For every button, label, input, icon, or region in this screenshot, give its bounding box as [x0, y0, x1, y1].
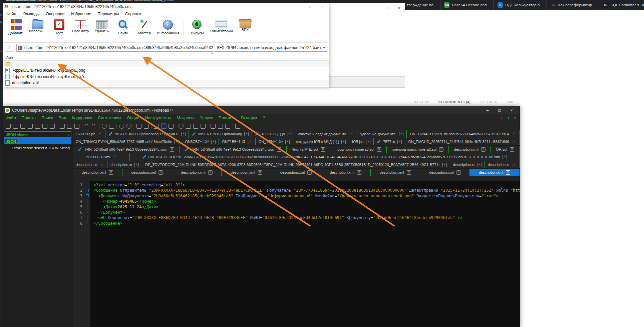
tab-close-icon[interactable]: × — [503, 155, 507, 159]
document-tab[interactable]: description.xml× — [470, 169, 520, 176]
editor-area[interactable]: 12345678 <?xml version="1.0" encoding="u… — [73, 181, 520, 327]
sync-h-icon[interactable] — [144, 124, 149, 129]
document-tab[interactable]: очистка и апдейт документа .sql× — [295, 130, 357, 138]
tab-close-icon[interactable]: × — [350, 132, 354, 136]
print-icon[interactable] — [50, 124, 55, 129]
view-button[interactable]: Просмотр — [70, 18, 91, 34]
tab-close-icon[interactable]: × — [134, 163, 139, 167]
tab-close-icon[interactable]: × — [307, 170, 312, 175]
document-tab[interactable]: description.xml× — [450, 161, 485, 168]
document-tab[interactable]: QR.sql× — [491, 146, 520, 153]
tab-close-icon[interactable]: × — [288, 132, 292, 136]
document-tab[interactable]: DP_TOVTORGPR_2JM-DLINK-50DDD0FF-A07A-420… — [142, 161, 450, 168]
save-all-icon[interactable] — [28, 124, 33, 129]
open-icon[interactable] — [13, 124, 18, 129]
document-tab[interactable]: 7577.xml× — [374, 138, 405, 145]
tab-list-dropdown-icon[interactable]: ▼ — [507, 117, 510, 120]
document-tab[interactable]: description.xml× — [271, 169, 321, 176]
macro-multi-icon[interactable] — [201, 124, 206, 129]
zoom-in-icon[interactable] — [119, 124, 124, 129]
fold-mark-box[interactable] — [85, 193, 90, 199]
tab-close-icon[interactable]: × — [321, 147, 325, 152]
winrar-maximize[interactable]: □ — [305, 4, 316, 9]
winrar-close[interactable]: × — [316, 4, 328, 9]
tab-close-icon[interactable]: × — [397, 140, 402, 144]
browser-tab[interactable]: тверждение по... — [403, 0, 440, 10]
json-tree-selected-row[interactable]: JSON — [4, 138, 71, 144]
tab-close-icon[interactable]: × — [456, 170, 461, 175]
zoom-out-icon[interactable] — [126, 124, 131, 129]
notepadpp-maximize[interactable]: □ — [494, 108, 506, 113]
cut-icon[interactable] — [60, 124, 65, 129]
npp-menu-Инструменты[interactable]: Инструменты — [145, 116, 171, 120]
column-chevron-icon[interactable] — [211, 53, 213, 55]
browser-tab[interactable]: CbSQL Formatter & Be... — [599, 0, 644, 10]
new-icon[interactable] — [6, 124, 11, 129]
page-section-tab[interactable]: TIME — [506, 100, 515, 104]
monitor-icon[interactable] — [235, 124, 240, 129]
document-tab[interactable]: description.xml× — [222, 169, 271, 176]
tab-close-icon[interactable]: × — [510, 147, 514, 152]
document-tab[interactable]: Чистка МЧД.sql× — [287, 146, 331, 153]
document-tab[interactable]: description.xml× — [485, 161, 520, 168]
tab-close-icon[interactable]: × — [181, 132, 186, 136]
tab-close-icon[interactable]: × — [170, 147, 174, 152]
tab-close-icon[interactable]: × — [477, 163, 481, 167]
close-icon[interactable] — [35, 124, 40, 129]
up-folder-button[interactable]: ↑ — [5, 44, 14, 52]
document-tab[interactable]: 191506638.xml× — [73, 153, 130, 161]
test-button[interactable]: Тест — [48, 18, 70, 36]
save-icon[interactable] — [20, 124, 25, 129]
sfx-button[interactable]: SFX — [235, 18, 256, 32]
document-tab[interactable]: INSERT INTO UpdMarking.sql× — [189, 130, 252, 138]
minimize-button[interactable]: – — [375, 5, 377, 10]
notepadpp-close[interactable]: × — [506, 108, 518, 113]
document-tab[interactable]: description.xml× — [172, 169, 222, 176]
tab-close-icon[interactable]: × — [258, 170, 262, 175]
notepadpp-titlebar[interactable]: C:\Users\mlaptev\AppData\Local\Temp\Rar$… — [3, 106, 520, 114]
page-section-tab[interactable]: ALL LINKS — [479, 100, 498, 104]
document-tab[interactable]: ONF1B5~1.XML× — [219, 138, 256, 145]
tab-close-icon[interactable]: × — [175, 140, 179, 144]
fold-mark-box[interactable] — [85, 188, 90, 193]
npp-menu-Вид[interactable]: Вид — [59, 116, 66, 120]
npp-menu-Синтаксисы[interactable]: Синтаксисы — [98, 116, 121, 120]
winrar-menu-Операции[interactable]: Операции — [46, 12, 64, 16]
find-icon[interactable] — [102, 124, 107, 129]
npp-menu-Вкладки[interactable]: Вкладки — [241, 116, 257, 120]
npp-menu-Правка[interactable]: Правка — [22, 116, 36, 120]
winrar-minimize[interactable]: – — [294, 4, 305, 9]
tab-close-icon[interactable]: × — [248, 140, 252, 144]
document-tab[interactable]: ON_NSCHFDOPPR_2BM-6670381056-20130228203… — [130, 153, 520, 161]
json-root-node[interactable]: JSON — [5, 139, 17, 143]
npp-menu-Запуск[interactable]: Запуск — [200, 116, 213, 120]
address-combo[interactable]: dcrm_2bm_24112025_ee162421d3934a19b9e822… — [16, 44, 327, 52]
document-tab[interactable]: description.xml× — [122, 169, 172, 176]
page-section-tab[interactable]: HISTORY — [414, 100, 429, 104]
tab-close-icon[interactable]: × — [285, 140, 290, 144]
tab-close-icon[interactable]: × — [158, 170, 163, 175]
document-tab[interactable]: 1659793.json× — [73, 130, 105, 138]
close-button[interactable]: × — [397, 5, 400, 10]
npp-menu-Макросы[interactable]: Макросы — [177, 116, 194, 120]
winrar-menu-Избранное[interactable]: Избранное — [71, 12, 91, 16]
tab-close-icon[interactable]: × — [208, 170, 213, 175]
copy-icon[interactable] — [67, 124, 72, 129]
document-tab[interactable]: ON_TRN~1.XML× — [256, 138, 293, 145]
tab-close-icon[interactable]: × — [512, 140, 516, 144]
tab-close-icon[interactable]: × — [109, 170, 113, 175]
document-tab[interactable]: удаление документа.sql× — [357, 130, 407, 138]
tab-close-icon[interactable]: × — [366, 140, 370, 144]
file-row[interactable]: ╙фрышЄ№ тёхї яюы№чютрЄхыхщ.p7s — [3, 73, 329, 80]
tab-close-icon[interactable]: × — [211, 140, 216, 144]
tab-close-icon[interactable]: × — [439, 147, 443, 152]
add-button[interactable]: Добавить — [6, 18, 27, 36]
macro-play-icon[interactable] — [193, 124, 198, 129]
close-tab-button[interactable]: × — [514, 116, 516, 120]
tab-close-icon[interactable]: × — [442, 163, 447, 167]
tab-close-icon[interactable]: × — [512, 163, 516, 167]
file-row[interactable]: description.xml — [3, 80, 329, 86]
doc-list-icon[interactable] — [218, 124, 223, 129]
tab-close-icon[interactable]: × — [244, 132, 249, 136]
document-tab[interactable]: ON_TRNACLPVYN_5f9ed2d5-7237-4d85-adbf-6b… — [73, 138, 182, 145]
